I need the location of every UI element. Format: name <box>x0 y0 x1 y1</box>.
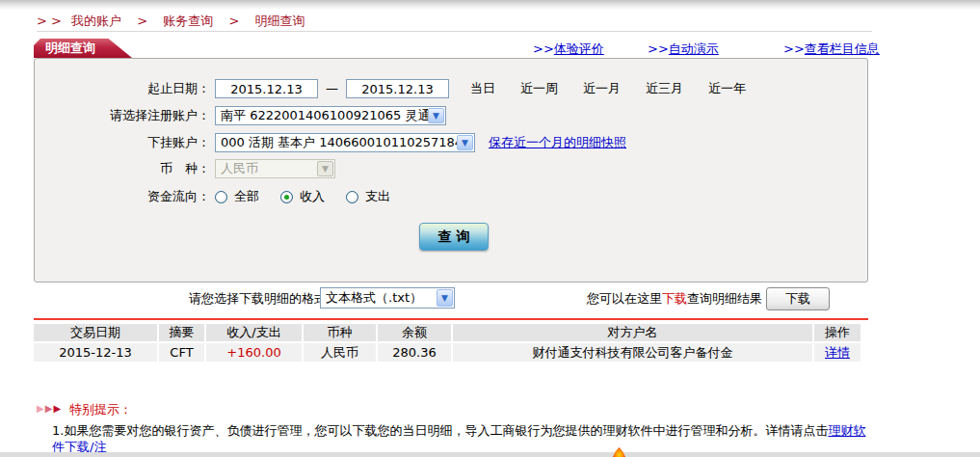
download-hint: 您可以在这里下载查询明细结果 <box>587 290 762 308</box>
download-hint-before: 您可以在这里 <box>587 291 662 306</box>
cell-date: 2015-12-13 <box>34 343 157 362</box>
top-gradient-bar <box>0 0 980 10</box>
cell-currency: 人民币 <box>302 343 376 362</box>
detail-query-page: > > 我的账户 > 账务查询 > 明细查询 明细查询 >>体验评价 >>自动演… <box>0 0 980 457</box>
currency-row: 币 种： 人民币 ▼ <box>35 158 867 179</box>
flow-option-expense[interactable]: 支出 <box>346 187 390 206</box>
col-header-counterparty: 对方户名 <box>451 324 812 343</box>
sub-account-row: 下挂账户： 000 活期 基本户 1406600101102571848 ▼ 保… <box>35 132 867 153</box>
breadcrumb-separator: > <box>137 13 147 28</box>
quick-range-year[interactable]: 近一年 <box>708 79 746 98</box>
col-header-currency: 币种 <box>302 324 376 343</box>
save-snapshot-link[interactable]: 保存近一个月的明细快照 <box>489 133 626 152</box>
flow-option-all-label: 全部 <box>234 187 259 206</box>
download-format-label: 请您选择下载明细的格式 <box>189 290 327 308</box>
download-hint-after: 查询明细结果 <box>687 291 762 306</box>
fund-flow-label: 资金流向： <box>35 187 210 206</box>
date-to-input[interactable] <box>346 79 449 98</box>
page-title-tab: 明细查询 <box>34 39 132 58</box>
table-row: 2015-12-13 CFT +160.00 人民币 280.36 财付通支付科… <box>34 343 861 362</box>
fund-flow-row: 资金流向： 全部 收入 支出 <box>35 186 867 207</box>
table-header-row: 交易日期 摘要 收入/支出 币种 余额 对方户名 操作 <box>34 324 861 343</box>
cell-amount: +160.00 <box>204 343 302 362</box>
auto-demo-link[interactable]: >>自动演示 <box>648 40 719 58</box>
cell-summary: CFT <box>157 343 204 362</box>
col-header-action: 操作 <box>812 324 861 343</box>
chevron-down-icon: ▼ <box>317 161 333 176</box>
results-table: 交易日期 摘要 收入/支出 币种 余额 对方户名 操作 2015-12-13 C… <box>34 324 861 362</box>
breadcrumb-separator: > <box>228 13 239 28</box>
notice-arrows-icon: ▶▶▶ <box>37 403 62 414</box>
registered-account-label: 请选择注册账户： <box>35 106 210 125</box>
registered-account-select[interactable]: 南平 6222001406100921065 灵通卡 ▼ <box>215 106 446 125</box>
breadcrumb-divider <box>37 31 872 32</box>
experience-review-link-label[interactable]: 体验评价 <box>554 41 604 56</box>
download-format-select[interactable]: 文本格式（.txt） ▼ <box>320 287 455 309</box>
section-divider-red <box>34 318 868 320</box>
quick-range-week[interactable]: 近一周 <box>520 79 558 98</box>
detail-link[interactable]: 详情 <box>825 345 850 360</box>
sub-account-select[interactable]: 000 活期 基本户 1406600101102571848 ▼ <box>215 133 475 152</box>
breadcrumb-item-my-account[interactable]: 我的账户 <box>71 13 121 28</box>
flow-option-income-label: 收入 <box>300 187 325 206</box>
notice-text: 1.如果您需要对您的银行资产、负债进行管理，您可以下载您的当日明细，导入工商银行… <box>52 423 828 438</box>
date-range-label: 起止日期： <box>35 79 210 98</box>
date-from-input[interactable] <box>215 79 318 98</box>
quick-range-quarter[interactable]: 近三月 <box>646 79 683 98</box>
column-info-link[interactable]: >>查看栏目信息 <box>783 40 880 58</box>
breadcrumb-prefix: > > <box>37 13 62 28</box>
query-button[interactable]: 查 询 <box>419 223 489 251</box>
cell-balance: 280.36 <box>376 343 451 362</box>
registered-account-row: 请选择注册账户： 南平 6222001406100921065 灵通卡 ▼ <box>35 105 867 126</box>
col-header-balance: 余额 <box>376 324 451 343</box>
flow-option-income[interactable]: 收入 <box>280 187 325 206</box>
flow-option-all[interactable]: 全部 <box>215 187 259 206</box>
date-range-row: 起止日期： — 当日 近一周 近一月 近三月 近一年 <box>35 78 867 99</box>
radio-icon[interactable] <box>280 191 293 203</box>
col-header-date: 交易日期 <box>34 324 157 343</box>
date-range-dash: — <box>326 79 338 98</box>
sub-account-label: 下挂账户： <box>35 133 210 152</box>
download-hint-red: 下载 <box>662 291 687 306</box>
currency-value: 人民币 <box>216 159 317 178</box>
sub-account-value: 000 活期 基本户 1406600101102571848 <box>216 133 457 152</box>
chevron-down-icon[interactable]: ▼ <box>428 108 444 123</box>
radio-icon[interactable] <box>215 191 227 203</box>
fund-flow-radio-group: 全部 收入 支出 <box>215 187 390 206</box>
link-prefix: >> <box>783 41 805 56</box>
col-header-summary: 摘要 <box>157 324 204 343</box>
download-button[interactable]: 下载 <box>766 287 830 310</box>
link-prefix: >> <box>533 41 554 56</box>
chevron-down-icon[interactable]: ▼ <box>457 135 473 150</box>
radio-icon[interactable] <box>346 191 358 203</box>
experience-review-link[interactable]: >>体验评价 <box>533 40 604 58</box>
breadcrumb-item-account-query[interactable]: 账务查询 <box>163 13 213 28</box>
query-form-panel: 起止日期： — 当日 近一周 近一月 近三月 近一年 请选择注册账户： 南平 6… <box>34 58 868 282</box>
quick-range-options: 当日 近一周 近一月 近三月 近一年 <box>470 79 746 98</box>
download-format-value: 文本格式（.txt） <box>321 289 437 307</box>
breadcrumb: > > 我的账户 > 账务查询 > 明细查询 <box>37 13 310 30</box>
column-info-link-label[interactable]: 查看栏目信息 <box>805 41 880 56</box>
col-header-amount: 收入/支出 <box>204 324 302 343</box>
auto-demo-link-label[interactable]: 自动演示 <box>669 41 719 56</box>
cell-counterparty: 财付通支付科技有限公司客户备付金 <box>451 343 812 362</box>
page-title: 明细查询 <box>45 40 95 55</box>
bottom-section-bar <box>0 452 980 457</box>
quick-range-today[interactable]: 当日 <box>470 79 495 98</box>
link-prefix: >> <box>648 41 669 56</box>
notice-title: 特别提示： <box>69 401 132 418</box>
quick-range-month[interactable]: 近一月 <box>583 79 621 98</box>
currency-select: 人民币 ▼ <box>215 159 335 178</box>
breadcrumb-item-detail-query[interactable]: 明细查询 <box>254 13 305 28</box>
currency-label: 币 种： <box>35 159 210 178</box>
chevron-down-icon[interactable]: ▼ <box>437 289 453 307</box>
flow-option-expense-label: 支出 <box>365 187 390 206</box>
registered-account-value: 南平 6222001406100921065 灵通卡 <box>216 106 428 125</box>
